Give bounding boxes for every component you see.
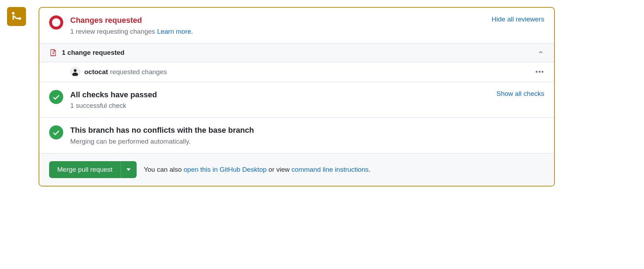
merge-box: Changes requested 1 review requesting ch… — [39, 7, 555, 186]
merge-pull-request-button[interactable]: Merge pull request — [49, 161, 120, 178]
changes-requested-icon — [49, 15, 63, 29]
checks-subtitle: 1 successful check — [70, 102, 492, 110]
footer-or-view: or view — [267, 166, 291, 173]
kebab-menu-icon[interactable]: ••• — [535, 68, 544, 76]
avatar[interactable] — [70, 67, 80, 77]
review-status-title: Changes requested — [70, 15, 487, 26]
reviewer-status: requested changes — [110, 68, 536, 76]
reviewer-name[interactable]: octocat — [84, 68, 108, 76]
show-checks-link[interactable]: Show all checks — [497, 90, 544, 98]
hide-reviewers-link[interactable]: Hide all reviewers — [492, 15, 544, 23]
svg-point-0 — [74, 69, 77, 72]
reviewer-row: octocat requested changes ••• — [39, 62, 554, 82]
learn-more-link[interactable]: Learn more. — [157, 28, 193, 35]
check-success-icon — [49, 125, 63, 139]
review-subtitle-text: 1 review requesting changes — [70, 28, 157, 35]
change-requested-bar[interactable]: 1 change requested — [39, 43, 554, 62]
conflicts-body: This branch has no conflicts with the ba… — [70, 125, 544, 145]
svg-point-1 — [72, 72, 78, 76]
merge-button-group: Merge pull request — [49, 161, 137, 178]
checks-body: All checks have passed 1 successful chec… — [70, 90, 492, 110]
git-merge-icon — [11, 11, 22, 22]
merge-status-container: Changes requested 1 review requesting ch… — [7, 7, 555, 186]
merge-footer-text: You can also open this in GitHub Desktop… — [144, 166, 370, 173]
caret-down-icon — [126, 168, 131, 172]
open-desktop-link[interactable]: open this in GitHub Desktop — [184, 166, 267, 173]
merge-options-dropdown[interactable] — [120, 161, 137, 178]
checks-title: All checks have passed — [70, 90, 492, 100]
change-requested-text: 1 change requested — [62, 49, 537, 57]
review-status-subtitle: 1 review requesting changes Learn more. — [70, 28, 487, 35]
timeline-badge — [7, 7, 26, 26]
footer-period: . — [369, 166, 370, 173]
check-success-icon — [49, 90, 63, 104]
checks-section: All checks have passed 1 successful chec… — [39, 82, 554, 118]
review-status-section: Changes requested 1 review requesting ch… — [39, 8, 554, 43]
conflicts-title: This branch has no conflicts with the ba… — [70, 125, 544, 136]
cli-instructions-link[interactable]: command line instructions — [291, 166, 369, 173]
file-diff-icon — [49, 48, 58, 57]
conflicts-section: This branch has no conflicts with the ba… — [39, 117, 554, 153]
conflicts-subtitle: Merging can be performed automatically. — [70, 138, 544, 145]
chevron-up-icon[interactable] — [537, 48, 544, 57]
footer-prefix: You can also — [144, 166, 183, 173]
merge-footer: Merge pull request You can also open thi… — [39, 153, 554, 186]
review-status-body: Changes requested 1 review requesting ch… — [70, 15, 487, 35]
